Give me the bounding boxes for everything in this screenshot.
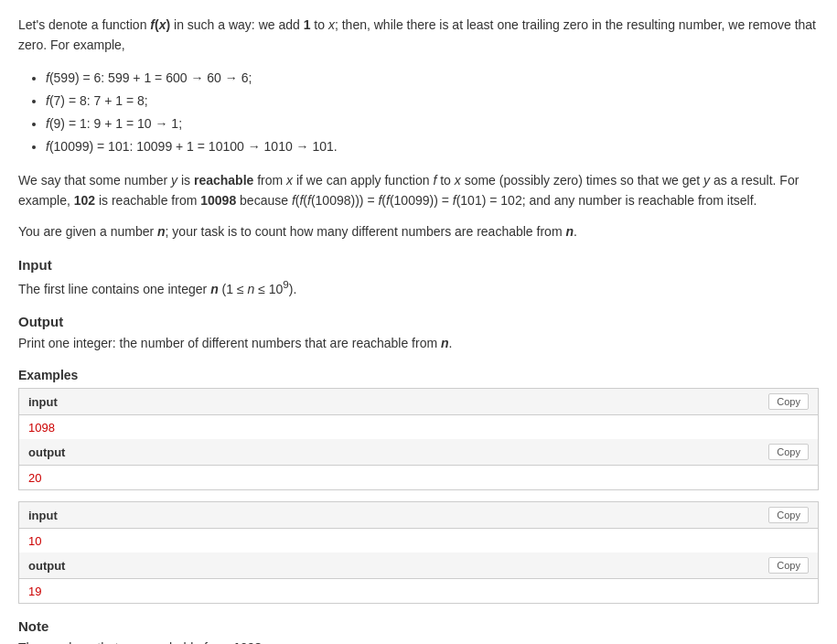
example1-output-header: output Copy [19,439,818,466]
intro-paragraph1: Let's denote a function f(x) in such a w… [18,15,819,56]
list-item: f(9) = 1: 9 + 1 = 10 → 1; [46,113,819,135]
example2-input-value: 10 [28,534,41,548]
example1-input-copy-button[interactable]: Copy [768,393,809,410]
example1-input-value-row: 1098 [19,415,818,439]
example1-output-value-row: 20 [19,466,818,489]
examples-section: Examples input Copy 1098 output Copy 20 … [18,368,819,604]
example2-output-header: output Copy [19,553,818,579]
list-item: f(599) = 6: 599 + 1 = 600 → 60 → 6; [46,67,819,90]
example2-input-header: input Copy [19,502,818,529]
example1-output-label: output [28,445,65,459]
example-block-2: input Copy 10 output Copy 19 [18,501,819,604]
note-section: Note The numbers that are reachable from… [18,618,819,644]
input-section: Input The first line contains one intege… [18,257,819,299]
output-title: Output [18,314,819,329]
example1-input-value: 1098 [28,421,55,435]
example1-input-header: input Copy [19,389,818,415]
note-title: Note [18,618,819,634]
list-item: f(10099) = 101: 10099 + 1 = 10100 → 1010… [46,135,819,158]
input-title: Input [18,257,819,273]
example2-input-value-row: 10 [19,529,818,553]
example2-input-label: input [28,509,58,522]
example-block-1: input Copy 1098 output Copy 20 [18,388,819,490]
input-body: The first line contains one integer n (1… [18,276,819,299]
example2-output-label: output [28,559,65,573]
example1-output-value: 20 [28,471,41,485]
example1-input-label: input [28,395,58,409]
example2-input-copy-button[interactable]: Copy [768,507,809,523]
examples-title: Examples [18,368,819,382]
list-item: f(7) = 8: 7 + 1 = 8; [46,90,819,113]
example2-output-copy-button[interactable]: Copy [768,557,809,574]
example2-output-value: 19 [28,585,41,598]
intro-examples-list: f(599) = 6: 599 + 1 = 600 → 60 → 6; f(7)… [46,67,819,159]
intro-paragraph3: You are given a number n; your task is t… [18,221,819,242]
output-body: Print one integer: the number of differe… [18,333,819,353]
note-body: The numbers that are reachable from 1098… [18,638,819,644]
output-section: Output Print one integer: the number of … [18,314,819,353]
example1-output-copy-button[interactable]: Copy [768,444,809,460]
intro-paragraph2: We say that some number y is reachable f… [18,170,819,211]
example2-output-value-row: 19 [19,579,818,603]
